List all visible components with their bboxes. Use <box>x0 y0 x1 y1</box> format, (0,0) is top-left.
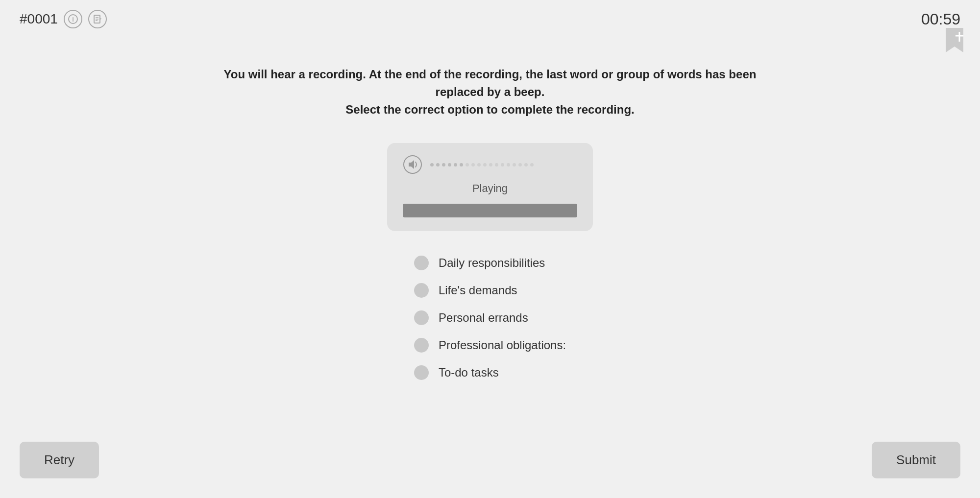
progress-bar <box>403 204 577 217</box>
dot <box>518 163 522 166</box>
main-content: You will hear a recording. At the end of… <box>0 36 980 380</box>
option-row-4[interactable]: Professional obligations: <box>414 338 566 353</box>
audio-top <box>403 155 577 174</box>
submit-button[interactable]: Submit <box>872 442 960 478</box>
dot <box>489 163 492 166</box>
option-label-1: Daily responsibilities <box>439 256 545 270</box>
dot <box>460 163 463 166</box>
option-label-2: Life's demands <box>439 284 517 297</box>
header: #0001 i 00:59 <box>0 0 980 36</box>
dot <box>454 163 457 166</box>
timer: 00:59 <box>921 10 960 28</box>
option-label-3: Personal errands <box>439 311 528 325</box>
dot <box>436 163 440 166</box>
option-row-3[interactable]: Personal errands <box>414 310 528 325</box>
dot <box>524 163 528 166</box>
dot <box>471 163 475 166</box>
dots-container <box>430 163 577 166</box>
dot <box>442 163 445 166</box>
instruction-line2: Select the correct option to complete th… <box>220 101 760 119</box>
radio-3[interactable] <box>414 310 429 325</box>
playing-status: Playing <box>403 182 577 195</box>
speaker-icon <box>403 155 422 174</box>
radio-5[interactable] <box>414 365 429 380</box>
option-row-5[interactable]: To-do tasks <box>414 365 499 380</box>
bottom-bar: Retry Submit <box>0 442 980 478</box>
dot <box>530 163 534 166</box>
question-id: #0001 <box>20 11 58 27</box>
radio-4[interactable] <box>414 338 429 353</box>
instructions: You will hear a recording. At the end of… <box>220 66 760 119</box>
option-label-5: To-do tasks <box>439 366 499 379</box>
dot <box>513 163 516 166</box>
dot <box>466 163 469 166</box>
dot <box>507 163 510 166</box>
radio-1[interactable] <box>414 256 429 270</box>
retry-button[interactable]: Retry <box>20 442 99 478</box>
svg-text:i: i <box>72 16 74 23</box>
note-icon[interactable] <box>88 10 107 28</box>
dot <box>483 163 487 166</box>
option-label-4: Professional obligations: <box>439 338 566 352</box>
dot <box>430 163 434 166</box>
dot <box>477 163 481 166</box>
option-row-1[interactable]: Daily responsibilities <box>414 256 545 270</box>
dot <box>448 163 451 166</box>
dot <box>501 163 504 166</box>
options-container: Daily responsibilities Life's demands Pe… <box>414 256 566 380</box>
instruction-line1: You will hear a recording. At the end of… <box>220 66 760 101</box>
radio-2[interactable] <box>414 283 429 298</box>
dot <box>495 163 498 166</box>
option-row-2[interactable]: Life's demands <box>414 283 517 298</box>
bookmark-icon[interactable] <box>944 27 965 53</box>
info-icon[interactable]: i <box>64 10 82 28</box>
audio-player[interactable]: Playing <box>387 143 593 231</box>
header-left: #0001 i <box>20 10 107 28</box>
